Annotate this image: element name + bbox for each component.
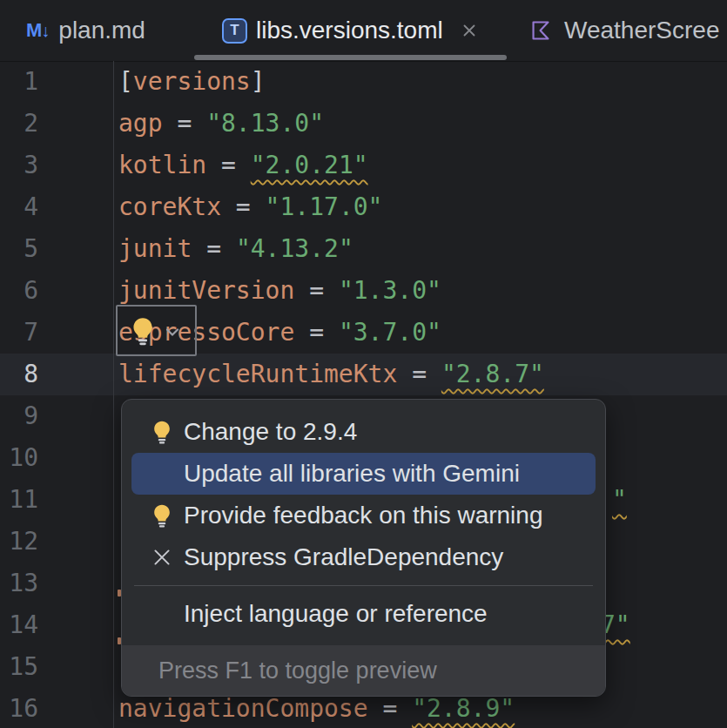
tab-label: plan.md	[58, 17, 145, 44]
undefined	[149, 502, 175, 529]
editor-tab-bar: M↓ plan.md T libs.versions.toml WeatherS…	[0, 0, 727, 62]
kotlin-file-icon	[529, 19, 552, 42]
undefined	[149, 419, 175, 445]
toml-file-icon: T	[222, 18, 247, 44]
line-number: 12	[0, 521, 38, 563]
code-text: lifecycleRuntimeKtx = "2.8.7"	[118, 354, 544, 395]
line-number: 16	[0, 688, 38, 728]
suppress-x-icon	[149, 544, 175, 570]
intention-popup-list: Change to 2.9.4Update all libraries with…	[122, 400, 605, 635]
popup-item-label: Update all libraries with Gemini	[184, 460, 520, 488]
line-number: 6	[0, 270, 38, 312]
popup-menu-item[interactable]: Provide feedback on this warning	[131, 495, 596, 536]
editor-line[interactable]: 5junit = "4.13.2"	[0, 228, 727, 270]
tab-label: libs.versions.toml	[256, 17, 443, 44]
editor-line[interactable]: 4coreKtx = "1.17.0"	[0, 186, 727, 228]
popup-item-label: Suppress GradleDependency	[184, 543, 503, 571]
tab-plan-md[interactable]: M↓ plan.md	[26, 0, 145, 61]
editor-line[interactable]: 2agp = "8.13.0"	[0, 103, 727, 145]
tab-weatherscreen[interactable]: WeatherScree	[529, 0, 719, 61]
icon-spacer	[149, 601, 175, 627]
line-number: 11	[0, 479, 38, 521]
tab-libs-versions-toml[interactable]: T libs.versions.toml	[222, 0, 479, 61]
active-tab-indicator	[194, 55, 507, 60]
popup-menu-item[interactable]: Inject language or reference	[131, 593, 596, 635]
line-number: 5	[0, 228, 38, 270]
chevron-down-icon	[164, 327, 181, 338]
editor-line[interactable]: 1[versions]	[0, 61, 727, 103]
editor-line[interactable]: 8lifecycleRuntimeKtx = "2.8.7"	[0, 354, 727, 395]
popup-separator	[134, 585, 593, 586]
line-number: 15	[0, 646, 38, 688]
code-editor[interactable]: 1[versions]2agp = "8.13.0"3kotlin = "2.0…	[0, 61, 727, 728]
markdown-file-icon: M↓	[26, 19, 50, 42]
code-text: junit = "4.13.2"	[118, 228, 353, 270]
gemini-sparkle-icon	[149, 461, 175, 487]
tab-label: WeatherScree	[564, 17, 719, 44]
undefined	[151, 546, 173, 569]
lightbulb-icon	[149, 502, 175, 529]
popup-item-label: Provide feedback on this warning	[184, 502, 542, 529]
code-text: coreKtx = "1.17.0"	[118, 186, 382, 228]
line-number: 10	[0, 437, 38, 479]
popup-menu-item[interactable]: Update all libraries with Gemini	[131, 453, 596, 495]
code-text: [versions]	[118, 61, 266, 103]
line-number: 8	[0, 354, 38, 395]
line-number: 14	[0, 604, 38, 646]
line-number: 13	[0, 563, 38, 604]
line-number: 3	[0, 145, 38, 186]
tab-close-button[interactable]	[460, 21, 479, 40]
line-number: 2	[0, 103, 38, 145]
line-number: 4	[0, 186, 38, 228]
line-number: 7	[0, 312, 38, 354]
intention-popup: Change to 2.9.4Update all libraries with…	[121, 399, 606, 697]
editor-line[interactable]: 3kotlin = "2.0.21"	[0, 145, 727, 186]
code-text: kotlin = "2.0.21"	[118, 145, 368, 186]
editor-line[interactable]: 6junitVersion = "1.3.0"	[0, 270, 727, 312]
lightbulb-icon	[127, 315, 158, 347]
gutter-divider	[113, 61, 114, 728]
popup-footer-hint: Press F1 to toggle preview	[122, 645, 605, 696]
editor-line[interactable]: 7espressoCore = "3.7.0"	[0, 312, 727, 354]
popup-item-label: Inject language or reference	[184, 600, 488, 628]
popup-menu-item[interactable]: Suppress GradleDependency	[131, 536, 596, 578]
popup-item-label: Change to 2.9.4	[184, 418, 357, 446]
lightbulb-icon	[149, 419, 175, 445]
line-number: 1	[0, 61, 38, 103]
undefined	[149, 461, 175, 488]
intention-bulb-widget[interactable]	[116, 305, 197, 356]
ide-window: M↓ plan.md T libs.versions.toml WeatherS…	[0, 0, 727, 728]
code-fragment: "	[612, 479, 627, 521]
popup-menu-item[interactable]: Change to 2.9.4	[131, 411, 596, 453]
close-icon	[460, 21, 479, 40]
line-number: 9	[0, 395, 38, 437]
code-text: agp = "8.13.0"	[118, 103, 324, 145]
